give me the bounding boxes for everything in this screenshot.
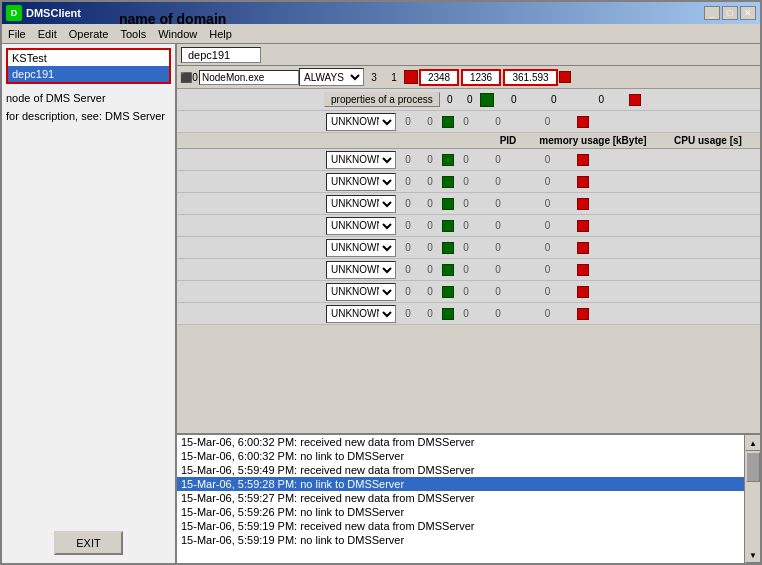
unk-select-3[interactable]: UNKNOWN <box>326 217 396 235</box>
log-area: 15-Mar-06, 6:00:32 PM: received new data… <box>177 433 760 563</box>
unknown-row-2: UNKNOWN 0 0 0 0 0 <box>177 193 760 215</box>
menu-window[interactable]: Window <box>152 26 203 42</box>
prop-v2: 0 <box>460 94 480 105</box>
menu-operate[interactable]: Operate <box>63 26 115 42</box>
menu-file[interactable]: File <box>2 26 32 42</box>
prop-green[interactable] <box>480 93 494 107</box>
log-entry-0[interactable]: 15-Mar-06, 6:00:32 PM: received new data… <box>177 435 744 449</box>
unk-red-pre1[interactable] <box>577 116 589 128</box>
unk-select-1[interactable]: UNKNOWN <box>326 173 396 191</box>
unk-red-4[interactable] <box>577 242 589 254</box>
unk-select-0[interactable]: UNKNOWN <box>326 151 396 169</box>
prop-red[interactable] <box>629 94 641 106</box>
scroll-track <box>745 451 760 547</box>
scroll-up-btn[interactable]: ▲ <box>745 435 760 451</box>
unk-green-4[interactable] <box>442 242 454 254</box>
unk-select-pre1[interactable]: UNKNOWN <box>326 113 396 131</box>
unk-red-3[interactable] <box>577 220 589 232</box>
scroll-down-btn[interactable]: ▼ <box>745 547 760 563</box>
process-table-area: ⬛0 ALWAYS 3 1 2348 1236 361.593 pr <box>177 66 760 433</box>
col-pid-header: PID <box>488 135 528 146</box>
close-button[interactable]: ✕ <box>740 6 756 20</box>
server-item-depc191[interactable]: depc191 <box>8 66 169 82</box>
domain-label: name of domain <box>119 11 226 27</box>
maximize-button[interactable]: □ <box>722 6 738 20</box>
col-cpu-header: CPU usage [s] <box>658 135 758 146</box>
menu-bar: File Edit Operate Tools Window Help <box>2 24 760 44</box>
unk-red-6[interactable] <box>577 286 589 298</box>
app-icon: D <box>6 5 22 21</box>
desc-label: for description, see: DMS Server <box>6 110 171 122</box>
proc-name-input[interactable] <box>199 70 299 85</box>
minimize-button[interactable]: _ <box>704 6 720 20</box>
unk-red-0[interactable] <box>577 154 589 166</box>
proc-val1: 3 <box>364 72 384 83</box>
log-entry-6[interactable]: 15-Mar-06, 5:59:19 PM: received new data… <box>177 519 744 533</box>
server-item-kstest[interactable]: KSTest <box>8 50 169 66</box>
unknown-row-6: UNKNOWN 0 0 0 0 0 <box>177 281 760 303</box>
unk-green-0[interactable] <box>442 154 454 166</box>
server-list: KSTest depc191 <box>6 48 171 84</box>
scroll-thumb[interactable] <box>746 452 760 482</box>
unk-select-7[interactable]: UNKNOWN <box>326 305 396 323</box>
proc-zero: ⬛0 <box>179 72 199 83</box>
first-process-row: ⬛0 ALWAYS 3 1 2348 1236 361.593 <box>177 66 760 89</box>
unk-select-4[interactable]: UNKNOWN <box>326 239 396 257</box>
log-entry-1[interactable]: 15-Mar-06, 6:00:32 PM: no link to DMSSer… <box>177 449 744 463</box>
log-entry-7[interactable]: 15-Mar-06, 5:59:19 PM: no link to DMSSer… <box>177 533 744 547</box>
unk-red-7[interactable] <box>577 308 589 320</box>
log-entry-2[interactable]: 15-Mar-06, 5:59:49 PM: received new data… <box>177 463 744 477</box>
unknown-row-0: UNKNOWN 0 0 0 0 0 <box>177 149 760 171</box>
depc-label: depc191 <box>181 47 261 63</box>
unk-green-7[interactable] <box>442 308 454 320</box>
menu-help[interactable]: Help <box>203 26 238 42</box>
proc-mode-select[interactable]: ALWAYS <box>299 68 364 86</box>
unk-red-5[interactable] <box>577 264 589 276</box>
unknown-row-3: UNKNOWN 0 0 0 0 0 <box>177 215 760 237</box>
unk-red-1[interactable] <box>577 176 589 188</box>
col-mem-header: memory usage [kByte] <box>528 135 658 146</box>
proc-val2: 1 <box>384 72 404 83</box>
right-header: depc191 <box>177 44 760 66</box>
unknown-row-1: UNKNOWN 0 0 0 0 0 <box>177 171 760 193</box>
properties-row: properties of a process 0 0 0 0 0 <box>177 89 760 111</box>
prop-mem: 0 <box>534 94 574 105</box>
unk-green-1[interactable] <box>442 176 454 188</box>
prop-v1: 0 <box>440 94 460 105</box>
unknown-row-pre1: UNKNOWN 0 0 0 0 0 <box>177 111 760 133</box>
proc-mem-val: 1236 <box>461 69 501 86</box>
proc-pid-val: 2348 <box>419 69 459 86</box>
unk-select-6[interactable]: UNKNOWN <box>326 283 396 301</box>
right-panel: depc191 ⬛0 ALWAYS 3 1 2348 1236 361.593 <box>177 44 760 563</box>
log-entry-5[interactable]: 15-Mar-06, 5:59:26 PM: no link to DMSSer… <box>177 505 744 519</box>
unk-green-pre1[interactable] <box>442 116 454 128</box>
unk-select-5[interactable]: UNKNOWN <box>326 261 396 279</box>
exit-button[interactable]: EXIT <box>54 531 122 555</box>
prop-pid: 0 <box>494 94 534 105</box>
properties-button[interactable]: properties of a process <box>324 92 440 107</box>
unk-select-2[interactable]: UNKNOWN <box>326 195 396 213</box>
proc-small-red[interactable] <box>559 71 571 83</box>
menu-edit[interactable]: Edit <box>32 26 63 42</box>
node-label: node of DMS Server <box>6 92 171 104</box>
menu-tools[interactable]: Tools <box>114 26 152 42</box>
unknown-row-4: UNKNOWN 0 0 0 0 0 <box>177 237 760 259</box>
log-entries-container: 15-Mar-06, 6:00:32 PM: received new data… <box>177 435 744 547</box>
unk-green-2[interactable] <box>442 198 454 210</box>
left-panel: KSTest depc191 node of DMS Server for de… <box>2 44 177 563</box>
unknown-row-7: UNKNOWN 0 0 0 0 0 <box>177 303 760 325</box>
content-area: KSTest depc191 node of DMS Server for de… <box>2 44 760 563</box>
unk-green-3[interactable] <box>442 220 454 232</box>
column-headers: PID memory usage [kByte] CPU usage [s] <box>177 133 760 149</box>
prop-cpu: 0 <box>574 94 629 105</box>
log-scrollbar: ▲ ▼ <box>744 435 760 563</box>
proc-cpu-val: 361.593 <box>503 69 558 86</box>
unk-green-5[interactable] <box>442 264 454 276</box>
window-controls: _ □ ✕ <box>704 6 756 20</box>
log-entry-4[interactable]: 15-Mar-06, 5:59:27 PM: received new data… <box>177 491 744 505</box>
unk-red-2[interactable] <box>577 198 589 210</box>
proc-red-btn[interactable] <box>404 70 418 84</box>
unknown-row-5: UNKNOWN 0 0 0 0 0 <box>177 259 760 281</box>
log-entry-3[interactable]: 15-Mar-06, 5:59:28 PM: no link to DMSSer… <box>177 477 744 491</box>
unk-green-6[interactable] <box>442 286 454 298</box>
